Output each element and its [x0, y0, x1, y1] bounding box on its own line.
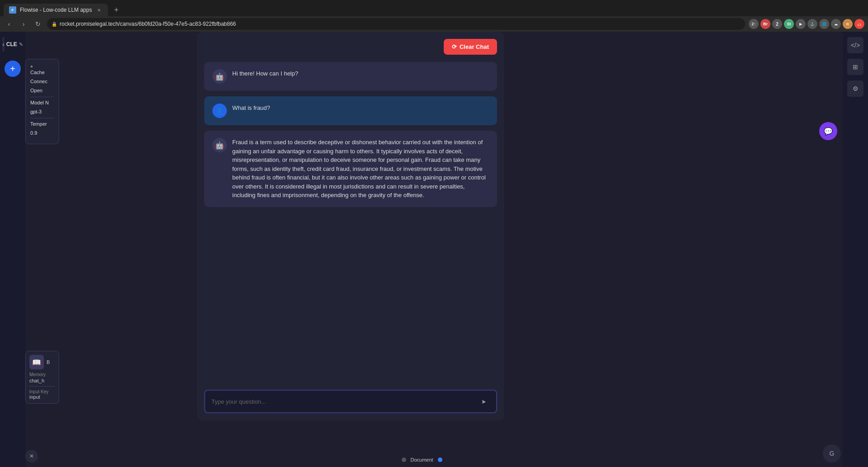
- extension-icon-10[interactable]: 🦊: [854, 19, 864, 29]
- extension-icon-9[interactable]: R: [843, 19, 853, 29]
- message-text-question: What is fraud?: [232, 104, 489, 113]
- node-panel-partial: ● Cache Connec Open Model N gpt-3 Temper…: [25, 59, 59, 144]
- message-text-answer: Fraud is a term used to describe decepti…: [232, 138, 489, 200]
- chat-input[interactable]: [211, 398, 474, 405]
- message-bot-answer: 🤖 Fraud is a term used to describe decep…: [204, 131, 497, 207]
- book-icon: 📖: [29, 355, 44, 369]
- code-view-button[interactable]: </>: [847, 37, 863, 53]
- tab-favicon: F: [9, 6, 16, 14]
- book-node-partial: 📖 B Memory chat_h Input Key input: [25, 351, 59, 404]
- chat-input-area: ➤: [197, 382, 504, 420]
- message-bot-greeting: 🤖 Hi there! How can I help?: [204, 62, 497, 91]
- gpt-label: gpt-3: [30, 109, 54, 114]
- model-row: Model N: [30, 100, 54, 105]
- grid-icon: ⊞: [853, 63, 858, 71]
- forward-button[interactable]: ›: [18, 19, 29, 29]
- bottom-right-icon: G: [830, 450, 835, 457]
- extension-icon-1[interactable]: 2↑: [749, 19, 759, 29]
- temp-value-row: 0.9: [30, 130, 54, 136]
- settings-icon: ⚙: [853, 85, 859, 92]
- book-node-label: B: [47, 359, 50, 365]
- open-row: Open: [30, 88, 54, 93]
- chat-float-button[interactable]: 💬: [819, 122, 837, 140]
- connect-row: Connec: [30, 79, 54, 84]
- add-node-button[interactable]: +: [5, 61, 21, 77]
- input-key-label: Input Key: [29, 389, 55, 394]
- close-canvas-button[interactable]: ✕: [25, 450, 38, 462]
- app-layout: ‹ CLE ✎ + ● Cache Connec Open Model N gp: [0, 32, 868, 467]
- bot-avatar-2: 🤖: [212, 138, 227, 152]
- chat-header: ⟳ Clear Chat: [197, 32, 504, 62]
- edit-project-button[interactable]: ✎: [19, 40, 23, 49]
- open-label: Open: [30, 88, 54, 93]
- document-node-dot: [402, 458, 406, 462]
- tab-close-btn[interactable]: ✕: [95, 6, 103, 14]
- browser-tab[interactable]: F Flowise - Low-code LLM apps ✕: [4, 4, 108, 16]
- address-bar[interactable]: 🔒 rocket.promiselegal.tech/canvas/6b0fd2…: [47, 18, 745, 30]
- bot-avatar-1: 🤖: [212, 69, 227, 84]
- chat-messages: 🤖 Hi there! How can I help? 👤 What is fr…: [197, 62, 504, 382]
- right-toolbar: </> ⊞ ⚙: [843, 32, 868, 467]
- clear-chat-button[interactable]: ⟳ Clear Chat: [444, 39, 497, 55]
- browser-extensions: 2↑ Br 2 St ▶ ⚓ 🌐 ☁ R 🦊: [749, 19, 864, 29]
- extension-icon-5[interactable]: ▶: [796, 19, 806, 29]
- send-icon: ➤: [481, 398, 486, 405]
- extension-icon-2[interactable]: Br: [760, 19, 770, 29]
- chat-panel: ⟳ Clear Chat 🤖 Hi there! How can I help?…: [197, 32, 504, 420]
- bottom-right-widget[interactable]: G: [823, 444, 841, 462]
- cache-row: ● Cache: [30, 64, 54, 75]
- document-node-bottom: Document: [402, 457, 442, 462]
- clear-chat-icon: ⟳: [452, 43, 457, 50]
- chat-input-wrapper: ➤: [204, 390, 497, 413]
- chat-h-label: chat_h: [29, 378, 55, 383]
- connect-label: Connec: [30, 79, 54, 84]
- new-tab-button[interactable]: +: [110, 4, 122, 16]
- temp-value: 0.9: [30, 130, 54, 136]
- memory-label: Memory: [29, 372, 55, 377]
- user-avatar-1: 👤: [212, 104, 227, 118]
- nav-bar: ‹ › ↻ 🔒 rocket.promiselegal.tech/canvas/…: [0, 16, 868, 32]
- tab-title: Flowise - Low-code LLM apps: [20, 7, 92, 13]
- code-icon: </>: [851, 42, 860, 49]
- chat-float-icon: 💬: [824, 127, 833, 136]
- grid-view-button[interactable]: ⊞: [847, 59, 863, 75]
- temp-label: Temper: [30, 121, 54, 127]
- cache-label: Cache: [30, 70, 54, 75]
- extension-icon-7[interactable]: 🌐: [819, 19, 829, 29]
- temp-row: Temper: [30, 121, 54, 127]
- sidebar-back-button[interactable]: ‹: [2, 37, 5, 52]
- input-label: input: [29, 394, 55, 400]
- project-name[interactable]: CLE: [6, 41, 17, 47]
- message-text-greeting: Hi there! How can I help?: [232, 69, 489, 78]
- document-node-dot-2: [438, 458, 442, 462]
- message-user-question: 👤 What is fraud?: [204, 96, 497, 125]
- extension-icon-6[interactable]: ⚓: [807, 19, 817, 29]
- extension-icon-4[interactable]: St: [784, 19, 794, 29]
- left-sidebar: ‹ CLE ✎ +: [0, 32, 25, 467]
- back-button[interactable]: ‹: [4, 19, 14, 29]
- extension-icon-3[interactable]: 2: [772, 19, 782, 29]
- document-label: Document: [411, 457, 433, 462]
- send-button[interactable]: ➤: [477, 395, 490, 408]
- settings-button[interactable]: ⚙: [847, 80, 863, 97]
- canvas-area[interactable]: ● Cache Connec Open Model N gpt-3 Temper…: [25, 32, 868, 467]
- refresh-button[interactable]: ↻: [33, 19, 43, 29]
- sidebar-top: ‹ CLE ✎: [0, 37, 25, 52]
- tab-bar: F Flowise - Low-code LLM apps ✕ +: [0, 0, 868, 16]
- browser-chrome: F Flowise - Low-code LLM apps ✕ + ‹ › ↻ …: [0, 0, 868, 32]
- address-url: rocket.promiselegal.tech/canvas/6b0fd20a…: [60, 21, 236, 27]
- extension-icon-8[interactable]: ☁: [831, 19, 841, 29]
- gpt-row: gpt-3: [30, 109, 54, 114]
- model-label: Model N: [30, 100, 54, 105]
- address-lock-icon: 🔒: [52, 22, 57, 27]
